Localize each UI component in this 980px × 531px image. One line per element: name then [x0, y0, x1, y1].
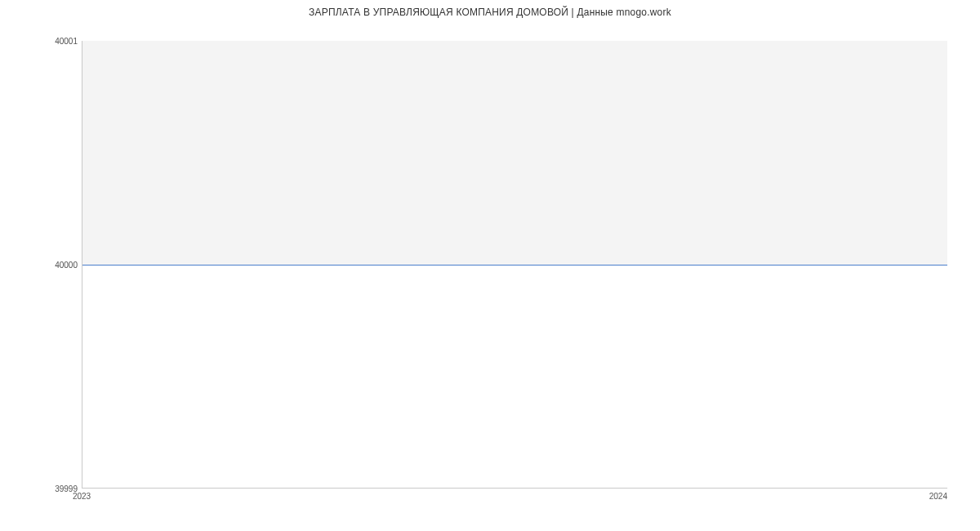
series-area-fill: [82, 41, 947, 265]
series-line: [82, 265, 947, 266]
plot-area: [82, 41, 947, 489]
y-tick-bottom: 39999: [4, 484, 78, 493]
salary-chart: ЗАРПЛАТА В УПРАВЛЯЮЩАЯ КОМПАНИЯ ДОМОВОЙ …: [0, 0, 980, 531]
chart-title: ЗАРПЛАТА В УПРАВЛЯЮЩАЯ КОМПАНИЯ ДОМОВОЙ …: [0, 7, 980, 18]
y-tick-top: 40001: [4, 37, 78, 46]
y-tick-mid: 40000: [4, 261, 78, 270]
x-tick-left: 2023: [73, 492, 91, 501]
x-tick-right: 2024: [929, 492, 947, 501]
